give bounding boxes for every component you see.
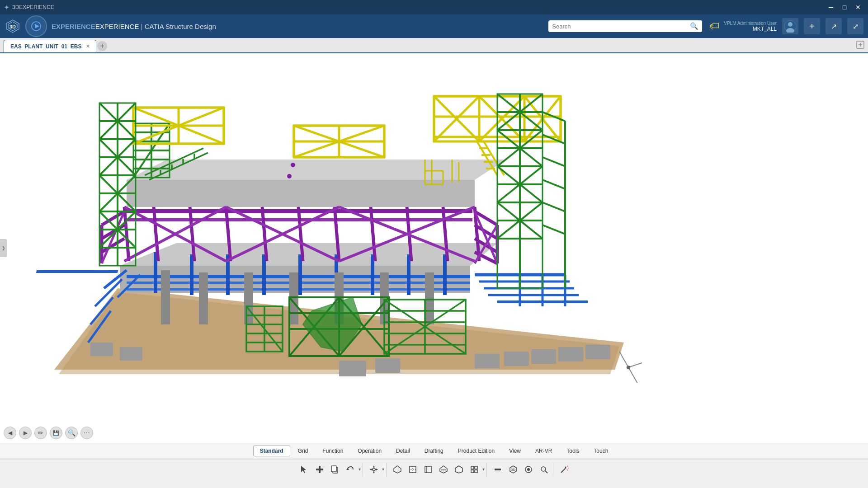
view-tools-group: ▾ xyxy=(388,462,487,477)
tab-standard[interactable]: Standard xyxy=(253,446,290,456)
svg-rect-183 xyxy=(425,272,434,324)
svg-rect-189 xyxy=(504,352,529,366)
svg-line-263 xyxy=(545,471,547,473)
front-view-button[interactable] xyxy=(406,462,420,477)
share-button[interactable]: ↗ xyxy=(826,18,842,34)
select-tools-group: ▾ xyxy=(295,462,363,477)
svg-rect-184 xyxy=(90,343,113,356)
svg-rect-186 xyxy=(339,361,366,376)
tab-operation[interactable]: Operation xyxy=(351,446,388,456)
svg-point-6 xyxy=(788,22,793,27)
tab-grid[interactable]: Grid xyxy=(291,446,315,456)
tag-icon[interactable]: 🏷 xyxy=(709,20,719,32)
tab-add-button[interactable]: + xyxy=(97,41,107,51)
svg-rect-245 xyxy=(425,466,431,473)
svg-marker-231 xyxy=(373,465,375,467)
tab-view[interactable]: View xyxy=(502,446,528,456)
svg-rect-191 xyxy=(558,347,583,361)
analyze-button[interactable] xyxy=(537,462,551,477)
svg-marker-16 xyxy=(127,180,475,207)
search-input[interactable] xyxy=(552,23,690,30)
tabbar: EAS_PLANT_UNIT_01_EBS ✕ + xyxy=(0,38,868,53)
svg-point-261 xyxy=(527,468,530,471)
nav-back-button[interactable]: ◀ xyxy=(4,427,16,439)
tab-product-edition[interactable]: Product Edition xyxy=(451,446,501,456)
svg-rect-178 xyxy=(199,272,208,324)
tab-close-icon[interactable]: ✕ xyxy=(86,44,90,49)
maximize-button[interactable]: □ xyxy=(838,1,851,14)
nav-edit-button[interactable]: ✏ xyxy=(34,427,47,439)
side-view-button[interactable] xyxy=(421,462,435,477)
svg-text:3D: 3D xyxy=(510,468,515,472)
tab-detail[interactable]: Detail xyxy=(389,446,417,456)
nav-zoom-button[interactable]: 🔍 xyxy=(65,427,78,439)
svg-line-268 xyxy=(567,469,568,470)
tool-icons-bar: ▾ ▾ xyxy=(0,459,868,479)
3d-viewport-canvas[interactable] xyxy=(0,53,868,443)
render-button[interactable] xyxy=(521,462,536,477)
nav-more-button[interactable]: ⋯ xyxy=(80,427,93,439)
section-view-button[interactable] xyxy=(436,462,451,477)
user-avatar-button[interactable] xyxy=(782,18,798,34)
svg-line-251 xyxy=(459,468,462,469)
select-tool-button[interactable] xyxy=(297,462,311,477)
magic-wand-button[interactable] xyxy=(557,462,571,477)
svg-rect-257 xyxy=(495,469,501,470)
tab-touch[interactable]: Touch xyxy=(587,446,615,456)
close-button[interactable]: ✕ xyxy=(852,1,864,14)
svg-rect-242 xyxy=(410,466,416,473)
tab-ar-vr[interactable]: AR-VR xyxy=(528,446,559,456)
undo-tool-button[interactable] xyxy=(343,462,358,477)
iso-view-button[interactable] xyxy=(452,462,466,477)
svg-line-266 xyxy=(567,466,568,467)
svg-rect-254 xyxy=(475,466,477,469)
expand-button[interactable]: ⤢ xyxy=(847,18,863,34)
svg-line-264 xyxy=(561,468,566,473)
viewport[interactable]: ❯ xyxy=(0,53,868,443)
svg-marker-233 xyxy=(373,472,375,474)
header: 3D EXPERIENCEEXPERIENCE | CATIA Structur… xyxy=(0,14,868,38)
cut-tools-group: 3D xyxy=(489,462,553,477)
nav-save-button[interactable]: 💾 xyxy=(50,427,62,439)
copy-tool-button[interactable] xyxy=(328,462,342,477)
svg-rect-188 xyxy=(475,354,500,368)
svg-line-239 xyxy=(394,469,397,470)
svg-rect-187 xyxy=(375,358,400,373)
svg-line-240 xyxy=(397,469,401,470)
user-market: MKT_ALL xyxy=(724,26,777,32)
search-bar: 🔍 xyxy=(548,20,702,32)
svg-marker-4 xyxy=(35,24,39,28)
insert-tool-button[interactable] xyxy=(312,462,327,477)
nav-forward-button[interactable]: ▶ xyxy=(19,427,32,439)
tab-eas-plant[interactable]: EAS_PLANT_UNIT_01_EBS ✕ xyxy=(4,40,96,52)
left-panel-toggle[interactable]: ❯ xyxy=(0,239,7,257)
add-button[interactable]: + xyxy=(804,18,820,34)
svg-rect-253 xyxy=(471,466,474,469)
top-view-button[interactable] xyxy=(390,462,405,477)
play-button[interactable] xyxy=(25,15,47,37)
svg-rect-225 xyxy=(319,466,321,473)
svg-rect-185 xyxy=(120,347,142,361)
svg-marker-238 xyxy=(394,466,401,473)
tab-drafting[interactable]: Drafting xyxy=(418,446,450,456)
explode-view-button[interactable] xyxy=(467,462,481,477)
svg-point-262 xyxy=(541,467,546,471)
app-icon: ✦ xyxy=(4,3,9,12)
svg-line-250 xyxy=(455,468,459,469)
tab-function[interactable]: Function xyxy=(316,446,350,456)
tab-tools[interactable]: Tools xyxy=(560,446,586,456)
svg-point-218 xyxy=(287,174,292,178)
minimize-button[interactable]: ─ xyxy=(825,1,837,14)
header-right: VPLM Administration User MKT_ALL + ↗ ⤢ xyxy=(724,18,863,34)
app-title: EXPERIENCEEXPERIENCE | CATIA Structure D… xyxy=(52,23,544,30)
search-icon: 🔍 xyxy=(690,22,698,30)
logo[interactable]: 3D xyxy=(5,18,21,34)
view3-button[interactable]: 3D xyxy=(506,462,520,477)
cut-tool-button[interactable] xyxy=(491,462,505,477)
move-tool-button[interactable] xyxy=(367,462,381,477)
tab-expand-button[interactable] xyxy=(856,41,864,51)
left-toggle-icon: ❯ xyxy=(2,246,5,250)
tab-label: EAS_PLANT_UNIT_01_EBS xyxy=(10,43,81,50)
svg-point-229 xyxy=(373,468,375,471)
svg-rect-190 xyxy=(531,349,556,364)
